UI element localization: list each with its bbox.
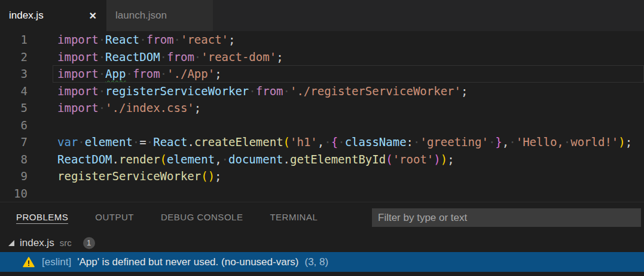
code-text: registerServiceWorker(); — [57, 168, 222, 185]
panel-tab-debug-console[interactable]: DEBUG CONSOLE — [161, 212, 243, 224]
token: import — [57, 33, 99, 46]
token: ; — [625, 135, 632, 148]
close-icon[interactable]: ✕ — [87, 10, 99, 22]
tab-label: launch.json — [115, 10, 206, 22]
code-text: var·element·=·React.createElement('h1',·… — [57, 134, 632, 151]
token: 'react' — [181, 33, 228, 46]
panel-tab-output[interactable]: OUTPUT — [95, 212, 134, 224]
token: registerServiceWorker — [105, 84, 249, 98]
code-text: ReactDOM.render(element,·document.getEle… — [57, 151, 454, 168]
code-lines: 1import·React·from·'react';2import·React… — [0, 31, 644, 202]
token: ) — [618, 135, 625, 148]
whitespace-dot: · — [99, 50, 105, 63]
problems-file-path: src — [60, 238, 72, 248]
whitespace-dot: · — [99, 33, 105, 46]
code-line[interactable]: 10 — [0, 185, 644, 202]
problem-row-selected[interactable]: [eslint] 'App' is defined but never used… — [0, 252, 644, 272]
code-line[interactable]: 5import·'./index.css'; — [0, 99, 644, 117]
tab-label: index.js — [9, 10, 87, 22]
token: render — [119, 153, 160, 166]
token: = — [139, 135, 146, 148]
line-number: 4 — [0, 83, 28, 100]
panel-tab-problems[interactable]: PROBLEMS — [16, 212, 68, 224]
panel-tab-terminal[interactable]: TERMINAL — [270, 212, 318, 224]
token: from — [146, 33, 174, 46]
whitespace-dot: · — [126, 67, 132, 80]
whitespace-dot: · — [324, 135, 331, 148]
tab-indexjs[interactable]: index.js ✕ — [0, 0, 106, 31]
token: . — [187, 135, 194, 148]
whitespace-dot: · — [283, 84, 290, 98]
line-number: 2 — [0, 48, 28, 66]
whitespace-dot: · — [338, 135, 344, 148]
token: 'Hello, — [516, 135, 564, 148]
whitespace-dot: · — [222, 153, 228, 166]
token: . — [283, 153, 290, 166]
token: element — [167, 153, 215, 166]
token: import — [57, 84, 99, 98]
token: './registerServiceWorker' — [290, 84, 461, 98]
token: 'h1' — [290, 135, 318, 148]
token: () — [201, 169, 215, 183]
token: ) — [434, 153, 440, 166]
token: { — [331, 135, 338, 148]
token: React — [105, 33, 139, 46]
token: ; — [215, 67, 221, 80]
code-line[interactable]: 4import·registerServiceWorker·from·'./re… — [0, 83, 644, 100]
token: from — [167, 50, 194, 63]
problems-filter-input[interactable] — [372, 208, 641, 227]
token: from — [256, 84, 283, 98]
warning-icon — [23, 257, 35, 268]
code-line[interactable]: 6 — [0, 117, 644, 134]
code-text: import·ReactDOM·from·'react-dom'; — [57, 48, 283, 66]
token: 'react-dom' — [201, 50, 276, 63]
code-text: import·React·from·'react'; — [57, 31, 236, 48]
line-number: 10 — [0, 185, 28, 202]
token: registerServiceWorker — [57, 169, 201, 183]
token: , — [318, 135, 324, 148]
token: createElement — [194, 135, 283, 148]
token: ( — [283, 135, 290, 148]
line-number: 3 — [0, 65, 28, 83]
whitespace-dot: · — [99, 84, 105, 98]
tab-launchjson[interactable]: launch.json — [106, 0, 213, 31]
twistie-expanded-icon[interactable] — [8, 239, 15, 247]
code-line[interactable]: 7var·element·=·React.createElement('h1',… — [0, 134, 644, 151]
code-text: import·'./index.css'; — [57, 99, 201, 117]
problems-file-name: index.js — [20, 237, 54, 249]
whitespace-dot: · — [160, 50, 167, 63]
problems-file-group[interactable]: index.js src 1 — [0, 233, 644, 252]
token: ( — [160, 153, 167, 166]
token: ; — [276, 50, 283, 63]
whitespace-dot: · — [509, 135, 515, 148]
code-line[interactable]: 1import·React·from·'react'; — [0, 31, 644, 48]
whitespace-dot: · — [413, 135, 420, 148]
code-line[interactable]: 2import·ReactDOM·from·'react-dom'; — [0, 48, 644, 66]
problem-source: [eslint] — [42, 256, 71, 268]
token: document — [228, 153, 283, 166]
whitespace-dot: · — [174, 33, 181, 46]
token: ( — [386, 153, 392, 166]
token: getElementById — [290, 153, 386, 166]
token: ; — [461, 84, 468, 98]
line-number: 1 — [0, 31, 28, 48]
token: var — [57, 135, 78, 148]
line-number: 7 — [0, 134, 28, 151]
whitespace-dot: · — [146, 135, 153, 148]
token: ; — [215, 169, 221, 183]
code-line[interactable]: 3import·App·from·'./App'; — [0, 65, 644, 83]
token: ; — [447, 153, 454, 166]
whitespace-dot: · — [194, 50, 201, 63]
whitespace-dot: · — [133, 135, 139, 148]
line-number: 6 — [0, 117, 28, 134]
token: import — [57, 101, 99, 114]
whitespace-dot: · — [489, 135, 495, 148]
whitespace-dot: · — [564, 135, 570, 148]
token: ; — [194, 101, 201, 114]
problems-panel: PROBLEMS OUTPUT DEBUG CONSOLE TERMINAL i… — [0, 202, 644, 276]
code-text: import·App·from·'./App'; — [57, 65, 222, 83]
code-editor[interactable]: 1import·React·from·'react';2import·React… — [0, 31, 644, 202]
code-line[interactable]: 8ReactDOM.render(element,·document.getEl… — [0, 151, 644, 168]
code-line[interactable]: 9registerServiceWorker(); — [0, 168, 644, 185]
token: ) — [441, 153, 447, 166]
